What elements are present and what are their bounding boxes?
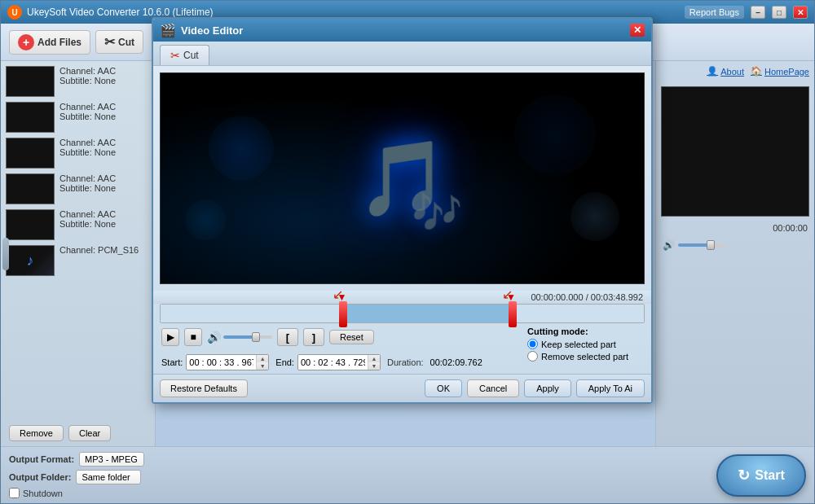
list-item[interactable]: ♪ Channel: PCM_S16 (4, 243, 152, 278)
add-files-button[interactable]: + Add Files (9, 30, 90, 55)
time-inputs-row: Start: ▲ ▼ End: (153, 351, 521, 374)
output-format-label: Output Format: (9, 454, 74, 464)
output-folder-row: Output Folder: Same folder (9, 470, 710, 484)
play-button[interactable]: ▶ (161, 328, 179, 346)
volume-icon: 🔊 (663, 239, 675, 251)
start-time-input[interactable]: ▲ ▼ (186, 354, 269, 370)
file-thumbnail (6, 138, 55, 169)
end-time-group: End: ▲ ▼ (275, 354, 381, 370)
volume-icon: 🔊 (207, 331, 221, 344)
cutting-mode-panel: Cutting mode: Keep selected part Remove … (521, 323, 651, 366)
file-channel: Channel: AAC (59, 173, 116, 183)
end-label: End: (275, 357, 294, 367)
clear-button[interactable]: Clear (68, 425, 111, 441)
controls-row: ▶ ■ 🔊 [ ] Reset (153, 323, 651, 374)
scroll-bar[interactable] (2, 238, 9, 270)
music-note-secondary-icon: 🎶 (412, 189, 462, 236)
volume-control: 🔊 (207, 331, 272, 344)
volume-slider-track[interactable] (678, 243, 727, 247)
current-time: 00:00:00.000 / 00:03:48.992 (531, 292, 643, 302)
set-start-button[interactable]: [ (277, 328, 298, 346)
report-bugs-button[interactable]: Report Bugs (685, 6, 744, 19)
list-item[interactable]: Channel: AAC Subtitle: None (4, 136, 152, 170)
end-time-input[interactable]: ▲ ▼ (297, 354, 381, 370)
file-channel: Channel: AAC (59, 209, 116, 219)
cut-button[interactable]: ✂ Cut (95, 30, 143, 54)
reset-button[interactable]: Reset (329, 330, 374, 344)
bottom-bar: Output Format: MP3 - MPEG Output Folder:… (1, 446, 814, 503)
restore-defaults-button[interactable]: Restore Defaults (160, 379, 248, 397)
file-subtitle: Subtitle: None (59, 112, 116, 121)
start-button[interactable]: ↻ Start (716, 454, 806, 497)
right-timecode: 00:00:00 (656, 221, 814, 234)
timeline-bar (161, 305, 644, 322)
playback-controls: ▶ ■ 🔊 [ ] Reset (153, 323, 521, 351)
apply-button[interactable]: Apply (524, 379, 571, 397)
stop-button[interactable]: ■ (184, 328, 202, 346)
cut-label: Cut (118, 37, 134, 48)
home-icon: 🏠 (751, 66, 762, 77)
timeline[interactable]: ↙ ↙ (160, 304, 645, 323)
file-thumbnail: ♪ (6, 245, 55, 276)
app-logo: U (7, 5, 22, 20)
ok-button[interactable]: OK (425, 379, 462, 397)
file-subtitle: Subtitle: None (59, 183, 116, 193)
add-icon: + (18, 34, 34, 50)
remove-selected-label: Remove selected part (541, 352, 628, 362)
duration-label: Duration: (387, 357, 424, 367)
end-time-spin[interactable]: ▲ ▼ (368, 355, 380, 370)
video-preview: 🎵 🎶 (160, 72, 645, 284)
remove-selected-radio[interactable] (527, 351, 538, 362)
spin-down[interactable]: ▼ (257, 362, 268, 370)
keep-selected-label: Keep selected part (541, 340, 616, 349)
file-channel: Channel: PCM_S16 (59, 245, 139, 255)
start-time-field[interactable] (187, 356, 256, 369)
playback-volume-track[interactable] (223, 335, 272, 339)
volume-slider-thumb[interactable] (707, 240, 715, 250)
timeline-handle-right[interactable]: ↙ (509, 301, 517, 327)
shutdown-checkbox[interactable] (9, 488, 20, 498)
shutdown-row: Shutdown (9, 488, 710, 498)
keep-selected-option[interactable]: Keep selected part (527, 339, 645, 349)
start-time-spin[interactable]: ▲ ▼ (256, 355, 268, 370)
dialog-title-icon: 🎬 (160, 23, 176, 38)
end-time-field[interactable] (298, 356, 368, 369)
about-link[interactable]: 👤 About (707, 66, 744, 77)
spin-up[interactable]: ▲ (257, 355, 268, 362)
spin-down[interactable]: ▼ (368, 362, 380, 370)
remove-button[interactable]: Remove (9, 425, 64, 441)
list-item[interactable]: Channel: AAC Subtitle: None (4, 100, 152, 134)
right-panel-top: 👤 About 🏠 HomePage (656, 61, 814, 81)
cutting-mode-title: Cutting mode: (527, 327, 645, 336)
output-folder-select[interactable]: Same folder (76, 470, 141, 484)
tab-cut[interactable]: ✂ Cut (160, 45, 209, 65)
maximize-button[interactable]: □ (772, 6, 786, 19)
set-end-button[interactable]: ] (303, 328, 324, 346)
close-button[interactable]: ✕ (793, 6, 808, 19)
file-thumbnail (6, 173, 55, 204)
remove-selected-option[interactable]: Remove selected part (527, 351, 645, 362)
playback-volume-thumb[interactable] (252, 332, 260, 342)
output-format-row: Output Format: MP3 - MPEG (9, 452, 710, 467)
spin-up[interactable]: ▲ (368, 355, 380, 362)
start-label: Start (755, 468, 784, 483)
list-item[interactable]: Channel: AAC Subtitle: None (4, 172, 152, 206)
keep-selected-radio[interactable] (527, 339, 538, 349)
homepage-link[interactable]: 🏠 HomePage (751, 66, 809, 77)
output-settings: Output Format: MP3 - MPEG Output Folder:… (9, 452, 710, 498)
file-subtitle: Subtitle: None (59, 219, 116, 229)
start-icon: ↻ (738, 467, 750, 484)
apply-to-ai-button[interactable]: Apply To Ai (576, 379, 645, 397)
cancel-button[interactable]: Cancel (467, 379, 519, 397)
minimize-button[interactable]: – (751, 6, 765, 19)
list-item[interactable]: Channel: AAC Subtitle: None (4, 208, 152, 242)
file-subtitle: Subtitle: None (59, 147, 116, 157)
list-actions: Remove Clear (1, 420, 119, 446)
duration-value: 00:02:09.762 (430, 357, 482, 367)
output-format-select[interactable]: MP3 - MPEG (79, 452, 144, 467)
timeline-handle-left[interactable]: ↙ (339, 301, 347, 327)
controls-left: ▶ ■ 🔊 [ ] Reset (153, 323, 521, 374)
list-item[interactable]: Channel: AAC Subtitle: None (4, 64, 152, 99)
arrow-left-icon: ↙ (333, 287, 343, 302)
dialog-close-button[interactable]: ✕ (630, 24, 645, 37)
